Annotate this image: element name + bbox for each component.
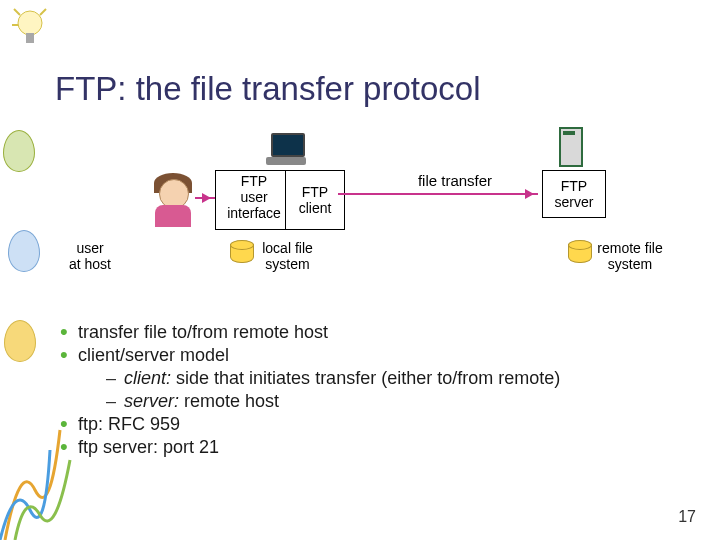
list-item: transfer file to/from remote host (60, 321, 560, 343)
svg-line-2 (14, 9, 20, 15)
ftp-diagram: userat host FTPuserinterface FTPclient f… (60, 155, 670, 305)
arrow-file-transfer (338, 193, 538, 195)
remote-file-system-label: remote filesystem (590, 240, 670, 272)
file-transfer-label: file transfer (400, 173, 510, 189)
page-title: FTP: the file transfer protocol (55, 70, 481, 108)
arrow-user-to-interface (195, 197, 215, 199)
list-item: client/server model client: side that in… (60, 344, 560, 412)
ftp-client-box: FTPclient (285, 170, 345, 230)
server-tower-icon (555, 127, 585, 167)
ftp-user-interface-box: FTPuserinterface (215, 170, 293, 230)
list-item: client: side that initiates transfer (ei… (106, 367, 560, 389)
balloon-decoration (3, 130, 35, 172)
disk-icon (568, 240, 590, 264)
list-item: ftp: RFC 959 (60, 413, 560, 435)
balloon-decoration (8, 230, 40, 272)
user-icon (145, 173, 200, 228)
bullet-list: transfer file to/from remote host client… (60, 320, 560, 459)
svg-line-3 (40, 9, 46, 15)
svg-rect-1 (26, 33, 34, 43)
list-item: ftp server: port 21 (60, 436, 560, 458)
client-computer-icon (265, 133, 310, 168)
local-file-system-label: local filesystem (255, 240, 320, 272)
balloon-decoration (4, 320, 36, 362)
user-at-host-label: userat host (60, 240, 120, 272)
lightbulb-decoration (10, 5, 50, 55)
svg-point-0 (18, 11, 42, 35)
ftp-server-box: FTPserver (542, 170, 606, 218)
list-item: server: remote host (106, 390, 560, 412)
page-number: 17 (678, 508, 696, 526)
disk-icon (230, 240, 252, 264)
